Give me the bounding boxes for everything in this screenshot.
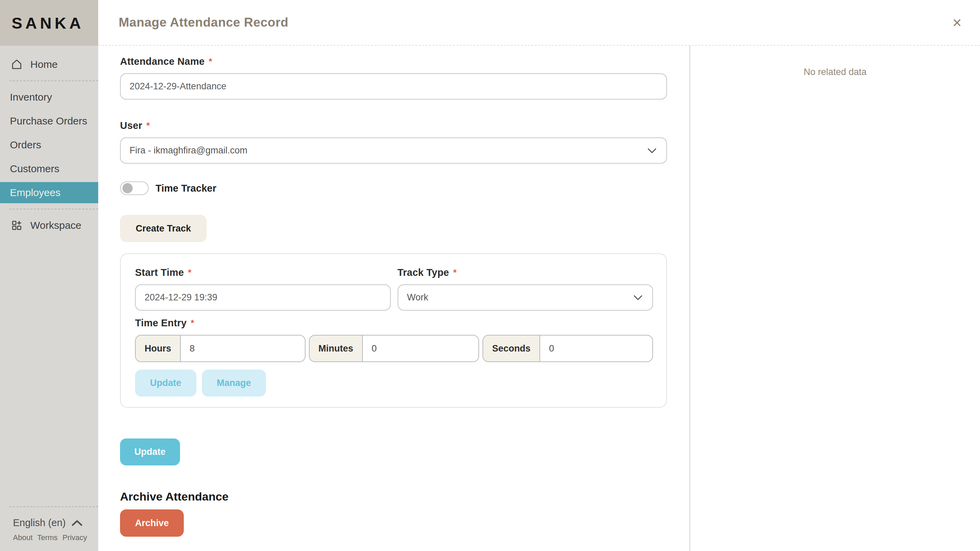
time-tracker-toggle[interactable] (120, 182, 149, 195)
sidebar: SANKA Home Inventory Purchase Orders Ord… (0, 0, 98, 551)
main-panel: Manage Attendance Record × Attendance Na… (98, 0, 980, 551)
time-tracker-label: Time Tracker (156, 183, 216, 194)
user-label: User * (120, 120, 667, 131)
hours-group: Hours (135, 335, 305, 362)
sidebar-item-customers[interactable]: Customers (0, 158, 98, 179)
brand-logo[interactable]: SANKA (0, 0, 98, 46)
chevron-down-icon (633, 295, 643, 300)
label-text: User (120, 120, 142, 131)
about-link[interactable]: About (13, 533, 33, 542)
time-tracker-row: Time Tracker (120, 182, 667, 195)
track-actions: Update Manage (135, 369, 653, 397)
attendance-name-input[interactable] (120, 73, 667, 100)
close-icon[interactable]: × (949, 13, 965, 32)
required-mark: * (188, 267, 191, 278)
label-text: Track Type (398, 267, 449, 278)
hours-input[interactable] (181, 336, 305, 361)
sidebar-divider (10, 209, 98, 209)
sidebar-item-inventory[interactable]: Inventory (0, 87, 98, 108)
sidebar-item-label: Home (30, 59, 57, 70)
seconds-addon-label: Seconds (483, 336, 540, 361)
start-time-label: Start Time * (135, 267, 391, 278)
sidebar-item-label: Inventory (10, 91, 52, 103)
home-icon (10, 57, 24, 71)
sidebar-item-employees[interactable]: Employees (0, 182, 98, 203)
archive-button[interactable]: Archive (120, 510, 184, 537)
label-text: Attendance Name (120, 56, 205, 67)
sidebar-item-home[interactable]: Home (0, 54, 98, 75)
label-text: Time Entry (135, 317, 186, 329)
sidebar-footer: English (en) About Terms Privacy (0, 501, 98, 551)
required-mark: * (146, 120, 150, 131)
sidebar-nav: Home Inventory Purchase Orders Orders Cu… (0, 46, 98, 236)
language-selector[interactable]: English (en) (0, 517, 98, 529)
terms-link[interactable]: Terms (37, 533, 57, 542)
required-mark: * (209, 56, 212, 67)
create-track-button[interactable]: Create Track (120, 215, 207, 242)
time-entry-label: Time Entry * (135, 317, 653, 329)
app-window: SANKA Home Inventory Purchase Orders Ord… (0, 0, 980, 551)
track-update-button[interactable]: Update (135, 369, 196, 397)
archive-heading: Archive Attendance (120, 490, 667, 503)
sidebar-item-purchase-orders[interactable]: Purchase Orders (0, 110, 98, 132)
related-data-panel: No related data (690, 46, 980, 551)
attendance-name-label: Attendance Name * (120, 56, 667, 67)
chevron-down-icon (647, 148, 657, 153)
modal-header: Manage Attendance Record × (98, 0, 980, 46)
track-card: Start Time * Track Type * Work (120, 253, 667, 408)
modal-body: Attendance Name * User * Fira - ikmaghfi… (98, 46, 980, 551)
update-button[interactable]: Update (120, 438, 180, 465)
sidebar-item-label: Purchase Orders (10, 115, 87, 127)
seconds-input[interactable] (540, 336, 652, 361)
sidebar-item-label: Orders (10, 139, 41, 151)
sidebar-divider (10, 506, 98, 507)
legal-links: About Terms Privacy (0, 533, 98, 542)
start-time-input[interactable] (135, 284, 391, 311)
track-manage-button[interactable]: Manage (202, 369, 266, 397)
track-type-value: Work (407, 292, 429, 303)
workspace-icon (10, 218, 24, 232)
minutes-addon-label: Minutes (310, 336, 363, 361)
user-select-value: Fira - ikmaghfira@gmail.com (130, 145, 247, 156)
sidebar-item-orders[interactable]: Orders (0, 134, 98, 156)
attendance-form: Attendance Name * User * Fira - ikmaghfi… (98, 46, 690, 551)
minutes-group: Minutes (309, 335, 479, 362)
required-mark: * (191, 318, 194, 328)
no-related-data-text: No related data (804, 67, 867, 77)
required-mark: * (453, 267, 457, 278)
user-select[interactable]: Fira - ikmaghfira@gmail.com (120, 137, 667, 164)
seconds-group: Seconds (482, 335, 653, 362)
sidebar-item-label: Employees (10, 187, 60, 198)
page-title: Manage Attendance Record (119, 15, 288, 30)
chevron-up-icon (71, 519, 83, 527)
label-text: Start Time (135, 267, 184, 278)
language-label: English (en) (13, 517, 66, 529)
sidebar-item-workspace[interactable]: Workspace (0, 215, 98, 236)
privacy-link[interactable]: Privacy (62, 533, 87, 542)
toggle-knob (123, 183, 133, 193)
sidebar-item-label: Workspace (30, 220, 81, 231)
hours-addon-label: Hours (136, 336, 181, 361)
sidebar-divider (10, 80, 98, 81)
minutes-input[interactable] (363, 336, 479, 361)
sidebar-item-label: Customers (10, 163, 59, 175)
time-entry-fields: Hours Minutes Seconds (135, 335, 653, 362)
track-type-select[interactable]: Work (398, 284, 653, 311)
track-type-label: Track Type * (398, 267, 653, 278)
